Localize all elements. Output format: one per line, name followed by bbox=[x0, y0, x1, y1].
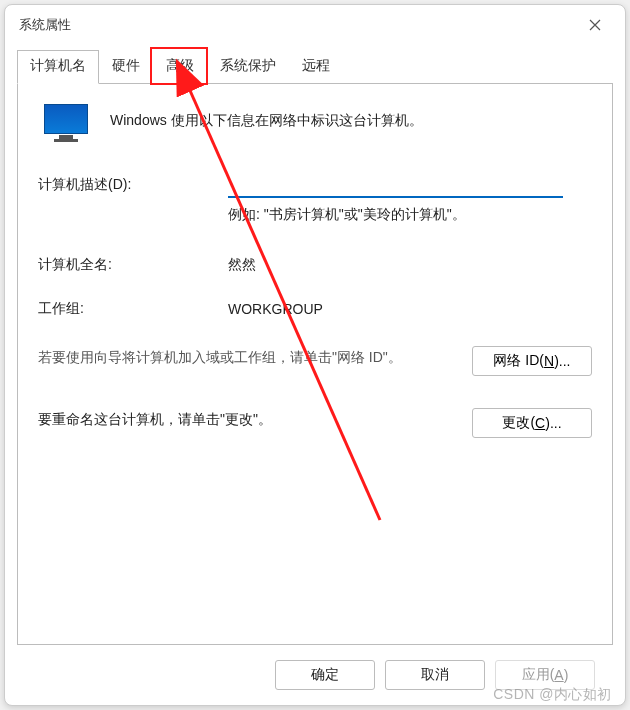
tab-computer-name[interactable]: 计算机名 bbox=[17, 50, 99, 84]
content-area: 计算机名 硬件 高级 系统保护 远程 Windows 使用以下信息在网络中标识这… bbox=[5, 45, 625, 705]
form-grid: 计算机描述(D): 例如: "书房计算机"或"美玲的计算机"。 计算机全名: 然… bbox=[38, 170, 592, 438]
fullname-value: 然然 bbox=[228, 256, 592, 274]
titlebar: 系统属性 bbox=[5, 5, 625, 45]
change-button[interactable]: 更改(C)... bbox=[472, 408, 592, 438]
info-row: Windows 使用以下信息在网络中标识这台计算机。 bbox=[38, 104, 592, 144]
cancel-button[interactable]: 取消 bbox=[385, 660, 485, 690]
workgroup-label: 工作组: bbox=[38, 300, 228, 318]
window-title: 系统属性 bbox=[19, 16, 579, 34]
row-description: 计算机描述(D): bbox=[38, 170, 592, 200]
close-button[interactable] bbox=[579, 9, 611, 41]
description-label: 计算机描述(D): bbox=[38, 176, 228, 194]
ok-button[interactable]: 确定 bbox=[275, 660, 375, 690]
tab-advanced[interactable]: 高级 bbox=[153, 50, 207, 84]
fullname-label: 计算机全名: bbox=[38, 256, 228, 274]
row-fullname: 计算机全名: 然然 bbox=[38, 250, 592, 280]
row-change: 要重命名这台计算机，请单击"更改"。 更改(C)... bbox=[38, 408, 592, 438]
row-network-id: 若要使用向导将计算机加入域或工作组，请单击"网络 ID"。 网络 ID(N)..… bbox=[38, 346, 592, 376]
network-id-text: 若要使用向导将计算机加入域或工作组，请单击"网络 ID"。 bbox=[38, 346, 472, 368]
description-input[interactable] bbox=[228, 172, 563, 198]
close-icon bbox=[589, 19, 601, 31]
info-text: Windows 使用以下信息在网络中标识这台计算机。 bbox=[110, 104, 423, 130]
row-workgroup: 工作组: WORKGROUP bbox=[38, 294, 592, 324]
tab-hardware[interactable]: 硬件 bbox=[99, 50, 153, 84]
tab-remote[interactable]: 远程 bbox=[289, 50, 343, 84]
workgroup-value: WORKGROUP bbox=[228, 301, 592, 317]
tab-system-protection[interactable]: 系统保护 bbox=[207, 50, 289, 84]
watermark-text: CSDN @内心如初 bbox=[493, 686, 612, 704]
tabstrip: 计算机名 硬件 高级 系统保护 远程 bbox=[17, 49, 613, 83]
network-id-button[interactable]: 网络 ID(N)... bbox=[472, 346, 592, 376]
computer-icon bbox=[42, 104, 90, 144]
change-text: 要重命名这台计算机，请单击"更改"。 bbox=[38, 408, 472, 430]
tab-page-computer-name: Windows 使用以下信息在网络中标识这台计算机。 计算机描述(D): 例如:… bbox=[17, 83, 613, 645]
system-properties-window: 系统属性 计算机名 硬件 高级 系统保护 远程 Windows 使用以下信息在网… bbox=[4, 4, 626, 706]
description-example: 例如: "书房计算机"或"美玲的计算机"。 bbox=[228, 206, 592, 224]
